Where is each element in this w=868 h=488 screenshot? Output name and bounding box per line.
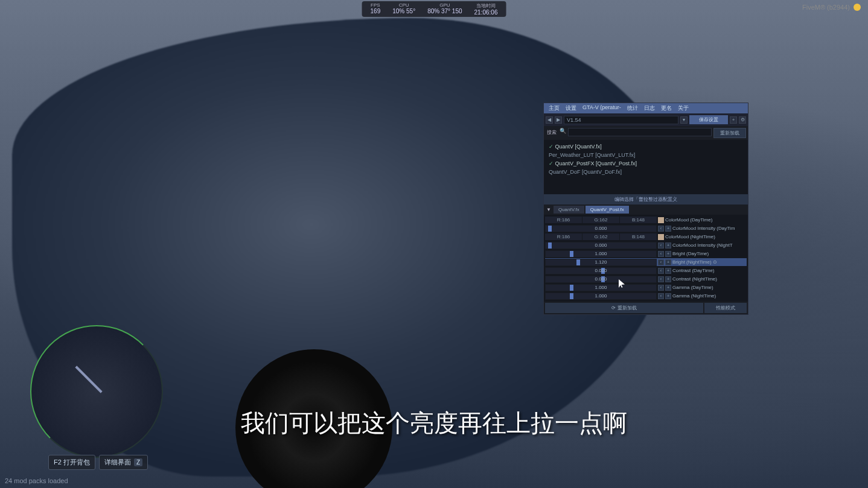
param-next-button[interactable]: +	[665, 226, 671, 232]
param-row[interactable]: 0.000‹+ColorMood Intensity (DayTim	[545, 224, 747, 232]
effect-item[interactable]: QuantV_DoF [QuantV_DoF.fx]	[546, 168, 745, 176]
performance-mode-button[interactable]: 性能模式	[704, 303, 747, 313]
param-prev-button[interactable]: ‹	[658, 276, 664, 282]
param-label: Gamma (NightTime)	[672, 293, 747, 299]
param-label: ColorMood Intensity (DayTim	[672, 226, 747, 231]
cpu-counter: CPU 10% 55°	[389, 2, 419, 16]
param-next-button[interactable]: +	[665, 268, 671, 274]
param-prev-button[interactable]: ‹	[658, 259, 664, 265]
effect-item[interactable]: Per_Weather_LUT [QuantV_LUT.fx]	[546, 151, 745, 159]
rgb-channel[interactable]: R:186	[545, 233, 582, 240]
param-row[interactable]: R:186G:162B:148ColorMood (NightTime)	[545, 233, 747, 241]
param-label: Contrast (NightTime)	[672, 276, 747, 282]
param-prev-button[interactable]: ‹	[658, 251, 664, 257]
menu-log[interactable]: 日志	[642, 104, 657, 113]
menu-stats[interactable]: 统计	[625, 104, 640, 113]
effects-list[interactable]: QuantV [QuantV.fx]Per_Weather_LUT [Quant…	[544, 140, 748, 194]
search-input[interactable]	[568, 128, 712, 136]
param-label: Bright (NightTime) ⊙	[672, 259, 747, 265]
param-row[interactable]: 0.000‹+ColorMood Intensity (NightT	[545, 241, 747, 249]
rgb-channel[interactable]: G:162	[582, 233, 619, 240]
param-prev-button[interactable]: ‹	[658, 226, 664, 232]
rgb-channel[interactable]: B:148	[620, 217, 657, 223]
collapse-icon[interactable]: ▼	[545, 206, 552, 214]
hint-bag: F2 打开背包	[48, 455, 95, 470]
effect-item[interactable]: QuantV_PostFX [QuantV_Post.fx]	[546, 159, 745, 168]
settings-icon[interactable]: ⚙	[739, 116, 746, 124]
performance-overlay: FPS 169 CPU 10% 55° GPU 80% 37° 150 当地时间…	[362, 1, 506, 17]
menu-about[interactable]: 关于	[675, 104, 691, 113]
slider-value: 1.120	[595, 259, 607, 265]
hint-detail: 详细界面 Z	[99, 455, 148, 470]
param-next-button[interactable]: +	[665, 242, 671, 249]
param-next-button[interactable]: +	[665, 251, 671, 257]
panel-toolbar: ◀ ▶ ▾ 保存设置 + ⚙	[544, 113, 748, 126]
effect-item[interactable]: QuantV [QuantV.fx]	[546, 142, 745, 151]
slider-value: 0.000	[595, 242, 607, 248]
fps-value: 169	[371, 8, 381, 14]
reload-all-button[interactable]: ⟳ 重新加载	[545, 303, 703, 313]
prev-preset-button[interactable]: ◀	[546, 116, 553, 124]
menu-settings[interactable]: 设置	[563, 104, 579, 113]
param-row[interactable]: 0.000‹+Contrast (NightTime)	[545, 275, 747, 283]
param-label: ColorMood Intensity (NightT	[672, 242, 747, 248]
video-subtitle: 我们可以把这个亮度再往上拉一点啊	[241, 407, 627, 440]
preset-dropdown-button[interactable]: ▾	[680, 116, 688, 124]
param-next-button[interactable]: +	[665, 259, 671, 265]
rgb-channel[interactable]: G:162	[582, 217, 619, 223]
time-value: 21:06:06	[474, 9, 498, 16]
minimap[interactable]	[30, 325, 163, 458]
color-swatch[interactable]	[658, 217, 664, 223]
panel-menubar[interactable]: 主页 设置 GTA-V (peratur- 统计 日志 更名 关于	[544, 103, 748, 113]
param-prev-button[interactable]: ‹	[658, 285, 664, 291]
params-list[interactable]: R:186G:162B:148ColorMood (DayTime)0.000‹…	[544, 215, 748, 302]
add-preset-button[interactable]: +	[730, 116, 737, 124]
param-slider[interactable]: 0.000	[545, 276, 657, 283]
reload-effects-button[interactable]: 重新加载	[713, 128, 746, 138]
param-prev-button[interactable]: ‹	[658, 293, 664, 299]
preset-input[interactable]	[564, 116, 678, 124]
panel-footer: ⟳ 重新加载 性能模式	[544, 302, 748, 314]
param-row[interactable]: 1.000‹+Gamma (NightTime)	[545, 292, 747, 300]
param-slider[interactable]: 1.000	[545, 284, 657, 291]
param-next-button[interactable]: +	[665, 293, 671, 299]
param-row[interactable]: 0.000‹+Contrast (DayTime)	[545, 267, 747, 274]
param-row[interactable]: 1.000‹+Gamma (DayTime)	[545, 284, 747, 291]
menu-rename[interactable]: 更名	[659, 104, 674, 113]
save-button[interactable]: 保存设置	[689, 115, 728, 124]
slider-value: 1.000	[595, 293, 607, 299]
param-row[interactable]: 1.000‹+Bright (DayTime)	[545, 250, 747, 258]
param-slider[interactable]: 1.000	[545, 293, 657, 300]
param-next-button[interactable]: +	[665, 285, 671, 291]
hint-detail-key: Z	[134, 458, 142, 466]
watermark: FiveM® (b2944)	[802, 4, 861, 11]
search-icon: 🔍	[560, 128, 566, 138]
params-tab[interactable]: QuantV_Post.fx	[586, 206, 629, 214]
param-label: Bright (DayTime)	[672, 251, 747, 256]
param-slider[interactable]: 0.000	[545, 267, 657, 274]
param-row[interactable]: 1.120‹+Bright (NightTime) ⊙	[545, 258, 747, 266]
status-dot-icon	[854, 4, 861, 11]
param-slider[interactable]: 0.000	[545, 225, 657, 232]
param-slider[interactable]: 1.120	[545, 259, 657, 266]
param-row[interactable]: R:186G:162B:148ColorMood (DayTime)	[545, 216, 747, 224]
params-tab[interactable]: QuantV.fx	[554, 206, 584, 214]
hint-bag-label: F2 打开背包	[54, 458, 90, 466]
rgb-channel[interactable]: B:148	[620, 233, 657, 240]
param-label: ColorMood (DayTime)	[665, 217, 747, 223]
keybind-hints: F2 打开背包 详细界面 Z	[48, 455, 148, 470]
menu-home[interactable]: 主页	[546, 104, 562, 113]
rgb-channel[interactable]: R:186	[545, 217, 582, 223]
search-label: 搜索	[546, 128, 558, 138]
hint-detail-label: 详细界面	[104, 458, 131, 466]
param-slider[interactable]: 1.000	[545, 250, 657, 258]
param-slider[interactable]: 0.000	[545, 242, 657, 249]
next-preset-button[interactable]: ▶	[555, 116, 562, 124]
menu-game[interactable]: GTA-V (peratur-	[580, 104, 624, 113]
param-next-button[interactable]: +	[665, 276, 671, 282]
reshade-panel[interactable]: 主页 设置 GTA-V (peratur- 统计 日志 更名 关于 ◀ ▶ ▾ …	[543, 103, 748, 315]
param-prev-button[interactable]: ‹	[658, 242, 664, 249]
color-swatch[interactable]	[658, 234, 664, 240]
param-prev-button[interactable]: ‹	[658, 268, 664, 274]
gpu-label: GPU	[439, 2, 450, 8]
